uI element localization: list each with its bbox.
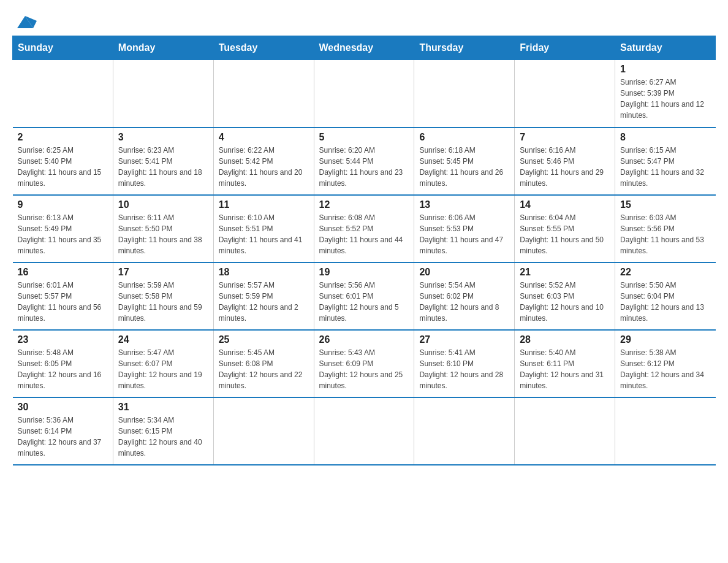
day-info: Sunrise: 5:54 AM Sunset: 6:02 PM Dayligh… <box>419 280 509 324</box>
calendar-week-row: 2Sunrise: 6:25 AM Sunset: 5:40 PM Daylig… <box>13 128 716 195</box>
day-info: Sunrise: 6:22 AM Sunset: 5:42 PM Dayligh… <box>219 145 309 189</box>
day-number: 9 <box>18 199 108 210</box>
day-number: 20 <box>419 267 509 278</box>
calendar-cell: 9Sunrise: 6:13 AM Sunset: 5:49 PM Daylig… <box>13 195 113 262</box>
day-info: Sunrise: 6:23 AM Sunset: 5:41 PM Dayligh… <box>118 145 208 189</box>
calendar-cell: 5Sunrise: 6:20 AM Sunset: 5:44 PM Daylig… <box>314 128 414 195</box>
calendar-cell: 16Sunrise: 6:01 AM Sunset: 5:57 PM Dayli… <box>13 262 113 330</box>
calendar-cell: 12Sunrise: 6:08 AM Sunset: 5:52 PM Dayli… <box>314 195 414 262</box>
day-number: 5 <box>319 132 409 143</box>
calendar-cell <box>515 397 615 465</box>
day-number: 26 <box>319 334 409 345</box>
calendar-cell <box>213 397 314 465</box>
day-number: 10 <box>118 199 208 210</box>
day-number: 11 <box>219 199 309 210</box>
calendar-cell: 13Sunrise: 6:06 AM Sunset: 5:53 PM Dayli… <box>414 195 515 262</box>
day-info: Sunrise: 6:11 AM Sunset: 5:50 PM Dayligh… <box>118 212 208 256</box>
calendar-cell <box>314 60 414 128</box>
day-info: Sunrise: 5:40 AM Sunset: 6:11 PM Dayligh… <box>520 347 610 391</box>
logo <box>12 12 37 29</box>
day-info: Sunrise: 6:03 AM Sunset: 5:56 PM Dayligh… <box>620 212 710 256</box>
calendar-week-row: 1Sunrise: 6:27 AM Sunset: 5:39 PM Daylig… <box>13 60 716 128</box>
calendar-cell: 10Sunrise: 6:11 AM Sunset: 5:50 PM Dayli… <box>113 195 213 262</box>
day-number: 3 <box>118 132 208 143</box>
day-number: 2 <box>18 132 108 143</box>
weekday-header-tuesday: Tuesday <box>213 36 314 60</box>
day-info: Sunrise: 5:47 AM Sunset: 6:07 PM Dayligh… <box>118 347 208 391</box>
calendar-week-row: 23Sunrise: 5:48 AM Sunset: 6:05 PM Dayli… <box>13 330 716 397</box>
day-number: 7 <box>520 132 610 143</box>
day-info: Sunrise: 6:25 AM Sunset: 5:40 PM Dayligh… <box>18 145 108 189</box>
calendar-cell: 2Sunrise: 6:25 AM Sunset: 5:40 PM Daylig… <box>13 128 113 195</box>
calendar-cell: 22Sunrise: 5:50 AM Sunset: 6:04 PM Dayli… <box>615 262 716 330</box>
day-number: 4 <box>219 132 309 143</box>
day-number: 18 <box>219 267 309 278</box>
calendar-cell: 8Sunrise: 6:15 AM Sunset: 5:47 PM Daylig… <box>615 128 716 195</box>
day-info: Sunrise: 6:04 AM Sunset: 5:55 PM Dayligh… <box>520 212 610 256</box>
calendar-cell: 19Sunrise: 5:56 AM Sunset: 6:01 PM Dayli… <box>314 262 414 330</box>
calendar-cell: 24Sunrise: 5:47 AM Sunset: 6:07 PM Dayli… <box>113 330 213 397</box>
day-info: Sunrise: 5:50 AM Sunset: 6:04 PM Dayligh… <box>620 280 710 324</box>
calendar-cell: 29Sunrise: 5:38 AM Sunset: 6:12 PM Dayli… <box>615 330 716 397</box>
calendar-cell <box>113 60 213 128</box>
calendar-cell: 25Sunrise: 5:45 AM Sunset: 6:08 PM Dayli… <box>213 330 314 397</box>
day-info: Sunrise: 5:38 AM Sunset: 6:12 PM Dayligh… <box>620 347 710 391</box>
calendar-cell <box>314 397 414 465</box>
calendar-cell: 31Sunrise: 5:34 AM Sunset: 6:15 PM Dayli… <box>113 397 213 465</box>
day-info: Sunrise: 6:27 AM Sunset: 5:39 PM Dayligh… <box>620 77 710 121</box>
day-number: 17 <box>118 267 208 278</box>
day-number: 16 <box>18 267 108 278</box>
day-info: Sunrise: 6:13 AM Sunset: 5:49 PM Dayligh… <box>18 212 108 256</box>
calendar-cell: 1Sunrise: 6:27 AM Sunset: 5:39 PM Daylig… <box>615 60 716 128</box>
day-number: 31 <box>118 402 208 413</box>
day-info: Sunrise: 6:20 AM Sunset: 5:44 PM Dayligh… <box>319 145 409 189</box>
calendar-cell: 6Sunrise: 6:18 AM Sunset: 5:45 PM Daylig… <box>414 128 515 195</box>
day-number: 28 <box>520 334 610 345</box>
calendar-cell: 7Sunrise: 6:16 AM Sunset: 5:46 PM Daylig… <box>515 128 615 195</box>
weekday-header-sunday: Sunday <box>13 36 113 60</box>
day-info: Sunrise: 6:16 AM Sunset: 5:46 PM Dayligh… <box>520 145 610 189</box>
calendar-cell: 21Sunrise: 5:52 AM Sunset: 6:03 PM Dayli… <box>515 262 615 330</box>
day-info: Sunrise: 5:59 AM Sunset: 5:58 PM Dayligh… <box>118 280 208 324</box>
calendar-cell: 14Sunrise: 6:04 AM Sunset: 5:55 PM Dayli… <box>515 195 615 262</box>
day-info: Sunrise: 6:15 AM Sunset: 5:47 PM Dayligh… <box>620 145 710 189</box>
weekday-header-thursday: Thursday <box>414 36 515 60</box>
calendar-week-row: 30Sunrise: 5:36 AM Sunset: 6:14 PM Dayli… <box>13 397 716 465</box>
page-header <box>12 12 716 29</box>
calendar-cell: 23Sunrise: 5:48 AM Sunset: 6:05 PM Dayli… <box>13 330 113 397</box>
calendar-cell <box>213 60 314 128</box>
calendar-header-row: SundayMondayTuesdayWednesdayThursdayFrid… <box>13 36 716 60</box>
calendar-cell <box>13 60 113 128</box>
day-info: Sunrise: 5:41 AM Sunset: 6:10 PM Dayligh… <box>419 347 509 391</box>
day-info: Sunrise: 6:10 AM Sunset: 5:51 PM Dayligh… <box>219 212 309 256</box>
calendar-cell: 30Sunrise: 5:36 AM Sunset: 6:14 PM Dayli… <box>13 397 113 465</box>
day-info: Sunrise: 6:08 AM Sunset: 5:52 PM Dayligh… <box>319 212 409 256</box>
day-number: 21 <box>520 267 610 278</box>
weekday-header-saturday: Saturday <box>615 36 716 60</box>
day-number: 6 <box>419 132 509 143</box>
day-number: 25 <box>219 334 309 345</box>
day-info: Sunrise: 5:34 AM Sunset: 6:15 PM Dayligh… <box>118 415 208 459</box>
day-number: 8 <box>620 132 710 143</box>
day-info: Sunrise: 6:18 AM Sunset: 5:45 PM Dayligh… <box>419 145 509 189</box>
calendar-week-row: 9Sunrise: 6:13 AM Sunset: 5:49 PM Daylig… <box>13 195 716 262</box>
day-number: 13 <box>419 199 509 210</box>
calendar-cell: 11Sunrise: 6:10 AM Sunset: 5:51 PM Dayli… <box>213 195 314 262</box>
calendar-cell <box>615 397 716 465</box>
weekday-header-friday: Friday <box>515 36 615 60</box>
day-number: 19 <box>319 267 409 278</box>
calendar-cell: 26Sunrise: 5:43 AM Sunset: 6:09 PM Dayli… <box>314 330 414 397</box>
day-number: 24 <box>118 334 208 345</box>
day-number: 12 <box>319 199 409 210</box>
calendar-cell: 27Sunrise: 5:41 AM Sunset: 6:10 PM Dayli… <box>414 330 515 397</box>
day-info: Sunrise: 5:52 AM Sunset: 6:03 PM Dayligh… <box>520 280 610 324</box>
calendar-cell: 18Sunrise: 5:57 AM Sunset: 5:59 PM Dayli… <box>213 262 314 330</box>
calendar-table: SundayMondayTuesdayWednesdayThursdayFrid… <box>12 36 716 465</box>
day-info: Sunrise: 5:45 AM Sunset: 6:08 PM Dayligh… <box>219 347 309 391</box>
calendar-cell: 4Sunrise: 6:22 AM Sunset: 5:42 PM Daylig… <box>213 128 314 195</box>
day-number: 29 <box>620 334 710 345</box>
day-number: 27 <box>419 334 509 345</box>
calendar-week-row: 16Sunrise: 6:01 AM Sunset: 5:57 PM Dayli… <box>13 262 716 330</box>
day-number: 14 <box>520 199 610 210</box>
calendar-cell: 17Sunrise: 5:59 AM Sunset: 5:58 PM Dayli… <box>113 262 213 330</box>
